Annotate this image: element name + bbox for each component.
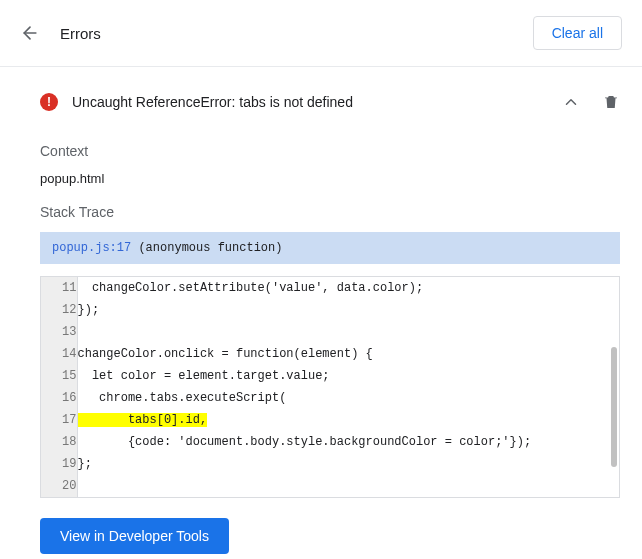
context-value: popup.html: [40, 171, 620, 186]
code-text: [77, 475, 619, 497]
line-number: 16: [41, 387, 77, 409]
line-number: 19: [41, 453, 77, 475]
scrollbar[interactable]: [611, 347, 617, 467]
code-line: 18 {code: 'document.body.style.backgroun…: [41, 431, 619, 453]
error-message: Uncaught ReferenceError: tabs is not def…: [72, 94, 353, 110]
code-line: 12});: [41, 299, 619, 321]
code-viewer: 11 changeColor.setAttribute('value', dat…: [40, 276, 620, 498]
stack-trace-label: Stack Trace: [40, 204, 620, 220]
code-line: 14changeColor.onclick = function(element…: [41, 343, 619, 365]
context-label: Context: [40, 143, 620, 159]
code-text: });: [77, 299, 619, 321]
clear-all-button[interactable]: Clear all: [533, 16, 622, 50]
code-text: [77, 321, 619, 343]
error-icon: !: [40, 93, 58, 111]
page-title: Errors: [60, 25, 101, 42]
line-number: 14: [41, 343, 77, 365]
error-actions: [562, 93, 620, 111]
code-text: changeColor.setAttribute('value', data.c…: [77, 277, 619, 299]
content: ! Uncaught ReferenceError: tabs is not d…: [0, 67, 642, 559]
error-left: ! Uncaught ReferenceError: tabs is not d…: [40, 93, 353, 111]
view-in-devtools-button[interactable]: View in Developer Tools: [40, 518, 229, 554]
code-line: 17 tabs[0].id,: [41, 409, 619, 431]
stack-file: popup.js:17: [52, 241, 131, 255]
line-number: 15: [41, 365, 77, 387]
back-arrow-icon[interactable]: [20, 23, 40, 43]
trash-icon[interactable]: [602, 93, 620, 111]
code-text: chrome.tabs.executeScript(: [77, 387, 619, 409]
stack-function: (anonymous function): [138, 241, 282, 255]
header-left: Errors: [20, 23, 101, 43]
code-line: 11 changeColor.setAttribute('value', dat…: [41, 277, 619, 299]
code-text: tabs[0].id,: [77, 409, 619, 431]
code-text: changeColor.onclick = function(element) …: [77, 343, 619, 365]
code-line: 13: [41, 321, 619, 343]
code-text: {code: 'document.body.style.backgroundCo…: [77, 431, 619, 453]
code-line: 19};: [41, 453, 619, 475]
line-number: 12: [41, 299, 77, 321]
line-number: 13: [41, 321, 77, 343]
code-line: 20: [41, 475, 619, 497]
error-row: ! Uncaught ReferenceError: tabs is not d…: [40, 79, 620, 125]
code-table: 11 changeColor.setAttribute('value', dat…: [41, 277, 619, 497]
line-number: 17: [41, 409, 77, 431]
line-number: 18: [41, 431, 77, 453]
line-number: 11: [41, 277, 77, 299]
code-text: let color = element.target.value;: [77, 365, 619, 387]
code-text: };: [77, 453, 619, 475]
header: Errors Clear all: [0, 0, 642, 67]
stack-frame-header[interactable]: popup.js:17 (anonymous function): [40, 232, 620, 264]
code-line: 16 chrome.tabs.executeScript(: [41, 387, 619, 409]
chevron-up-icon[interactable]: [562, 93, 580, 111]
line-number: 20: [41, 475, 77, 497]
code-line: 15 let color = element.target.value;: [41, 365, 619, 387]
